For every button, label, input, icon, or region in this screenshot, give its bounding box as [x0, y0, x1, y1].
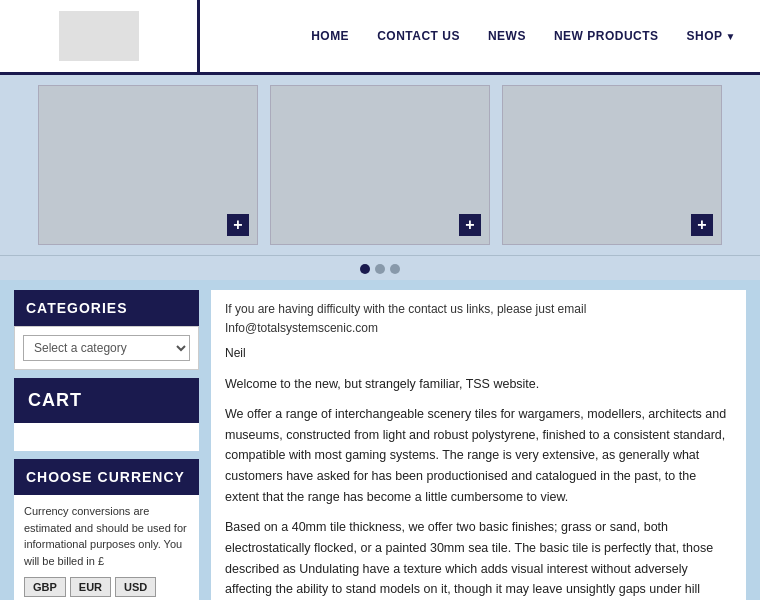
slide-3-plus-icon[interactable]: + — [691, 214, 713, 236]
category-select-wrap: Select a category — [14, 326, 199, 370]
header: HOME CONTACT US NEWS NEW PRODUCTS SHOP ▼ — [0, 0, 760, 75]
content-area: If you are having difficulty with the co… — [211, 290, 746, 600]
slide-2[interactable]: + — [270, 85, 490, 245]
slide-1-plus-icon[interactable]: + — [227, 214, 249, 236]
currency-section: CHOOSE CURRENCY Currency conversions are… — [14, 459, 199, 600]
nav-contact-us[interactable]: CONTACT US — [363, 21, 474, 51]
currency-usd[interactable]: USD — [115, 577, 156, 597]
category-select[interactable]: Select a category — [23, 335, 190, 361]
nav-shop-label: SHOP — [687, 29, 723, 43]
logo-area — [0, 0, 200, 72]
content-author: Neil — [225, 344, 732, 363]
slide-dot-2[interactable] — [375, 264, 385, 274]
currency-gbp[interactable]: GBP — [24, 577, 66, 597]
slide-dot-3[interactable] — [390, 264, 400, 274]
content-p2: We offer a range of interchangeable scen… — [225, 404, 732, 507]
cart-section: CART — [14, 378, 199, 451]
slide-1[interactable]: + — [38, 85, 258, 245]
currency-note: Currency conversions are estimated and s… — [24, 503, 189, 569]
nav-home[interactable]: HOME — [297, 21, 363, 51]
nav-bar: HOME CONTACT US NEWS NEW PRODUCTS SHOP ▼ — [200, 0, 760, 72]
sidebar: CATEGORIES Select a category CART CHOOSE… — [14, 290, 199, 600]
categories-title: CATEGORIES — [14, 290, 199, 326]
slide-3[interactable]: + — [502, 85, 722, 245]
categories-section: CATEGORIES Select a category — [14, 290, 199, 370]
slider-dots — [0, 256, 760, 280]
main: CATEGORIES Select a category CART CHOOSE… — [0, 280, 760, 600]
content-notice: If you are having difficulty with the co… — [225, 300, 732, 338]
content-p3: Based on a 40mm tile thickness, we offer… — [225, 517, 732, 600]
content-p1: Welcome to the new, but strangely famili… — [225, 374, 732, 395]
nav-shop-dropdown-icon: ▼ — [726, 31, 736, 42]
slide-dot-1[interactable] — [360, 264, 370, 274]
nav-shop[interactable]: SHOP ▼ — [673, 21, 750, 51]
currency-buttons: GBP EUR USD — [24, 577, 189, 597]
slide-2-plus-icon[interactable]: + — [459, 214, 481, 236]
currency-eur[interactable]: EUR — [70, 577, 111, 597]
slider-area: + + + — [0, 75, 760, 256]
cart-body — [14, 423, 199, 451]
nav-new-products[interactable]: NEW PRODUCTS — [540, 21, 673, 51]
currency-body: Currency conversions are estimated and s… — [14, 495, 199, 600]
logo — [59, 11, 139, 61]
cart-title: CART — [14, 378, 199, 423]
nav-news[interactable]: NEWS — [474, 21, 540, 51]
currency-title: CHOOSE CURRENCY — [14, 459, 199, 495]
